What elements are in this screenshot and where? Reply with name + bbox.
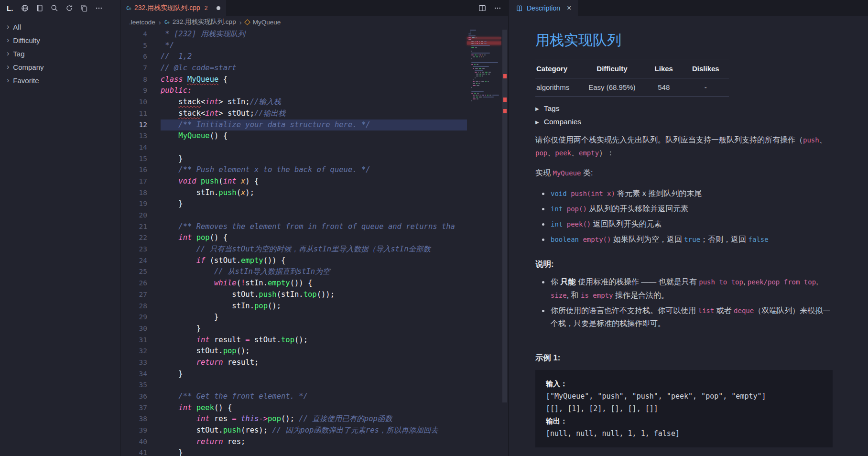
code-line[interactable]: /** Removes the element from in front of… (161, 221, 467, 233)
code-line[interactable]: stack<int> stIn;//输入栈 (161, 97, 467, 108)
minimap-line (467, 100, 501, 102)
chevron-right-icon: › (7, 36, 9, 44)
tab-file[interactable]: C+ 232.用栈实现队列.cpp 2 (120, 0, 227, 16)
code-line[interactable]: } (161, 312, 467, 323)
section-companies[interactable]: ▶Companies (535, 118, 833, 126)
line-number: 36 (120, 391, 161, 402)
code-line[interactable] (161, 142, 467, 153)
code-line[interactable]: int pop() { (161, 232, 467, 244)
sidebar-item-label: Company (13, 63, 43, 71)
code-line[interactable]: // 1,2 (161, 51, 467, 63)
code-line[interactable]: // @lc code=start (161, 63, 467, 74)
search-icon[interactable] (51, 4, 58, 12)
breadcrumb-item[interactable]: 232.用栈实现队列.cpp (173, 18, 236, 26)
refresh-icon[interactable] (65, 4, 73, 12)
line-number: 4 (120, 29, 161, 40)
code-line[interactable]: } (161, 323, 467, 335)
code-line[interactable]: stOut.push(stIn.top()); (161, 289, 467, 301)
code-line[interactable]: stIn.pop(); (161, 301, 467, 312)
code-line[interactable]: * [232] 用栈实现队列 (161, 29, 467, 40)
close-icon[interactable]: × (567, 4, 571, 12)
code-line[interactable]: */ (161, 40, 467, 52)
scrollbar-thumb[interactable] (502, 30, 507, 402)
cpp-file-icon: C+ (164, 20, 169, 25)
code-line[interactable]: void push(int x) { (161, 176, 467, 187)
problem-title: 用栈实现队列 (535, 31, 833, 50)
globe-icon[interactable] (21, 4, 29, 12)
cpp-file-icon: C+ (126, 6, 131, 11)
code-line[interactable]: } (161, 369, 467, 380)
tab-description[interactable]: Description × (509, 0, 578, 16)
line-number: 14 (120, 142, 161, 153)
list-item: int peek() 返回队列开头的元素 (550, 217, 833, 230)
list-item: boolean empty() 如果队列为空，返回 true；否则，返回 fal… (550, 233, 833, 246)
code-line[interactable]: return res; (161, 436, 467, 448)
code-lines[interactable]: * [232] 用栈实现队列 */// 1,2// @lc code=start… (161, 28, 467, 456)
chevron-right-icon: › (7, 76, 9, 84)
modified-dot-icon[interactable] (217, 6, 220, 10)
code-line[interactable]: } (161, 198, 467, 210)
error-ruler-mark (503, 109, 507, 113)
code-line[interactable]: MyQueue() { (161, 130, 467, 142)
code-line[interactable]: } (161, 447, 467, 456)
code-line[interactable]: /** Push element x to the back of queue.… (161, 164, 467, 176)
minimap[interactable] (467, 28, 501, 456)
triangle-right-icon: ▶ (535, 106, 539, 111)
line-number: 19 (120, 198, 161, 210)
notebook-icon[interactable] (36, 4, 43, 12)
section-label: Tags (544, 104, 560, 113)
code-line[interactable]: int res = this->pop(); // 直接使用已有的pop函数 (161, 413, 467, 425)
code-line[interactable]: int peek() { (161, 402, 467, 414)
code-line[interactable]: stIn.push(x); (161, 187, 467, 199)
breadcrumb: .leetcode›C+232.用栈实现队列.cpp›MyQueue (120, 16, 508, 28)
code-line[interactable]: public: (161, 85, 467, 97)
code-line[interactable]: if (stOut.empty()) { (161, 255, 467, 267)
code-line[interactable]: class MyQueue { (161, 74, 467, 86)
line-number: 26 (120, 278, 161, 289)
section-tags[interactable]: ▶Tags (535, 104, 833, 113)
error-ruler-mark (503, 74, 507, 78)
copy-icon[interactable] (80, 4, 88, 12)
more-actions-icon[interactable] (494, 4, 501, 12)
editor-tabbar: C+ 232.用栈实现队列.cpp 2 (120, 0, 508, 16)
line-number: 21 (120, 221, 161, 233)
sidebar-item-favorite[interactable]: ›Favorite (0, 74, 120, 87)
split-editor-icon[interactable] (478, 4, 486, 12)
code-line[interactable]: stOut.push(res); // 因为pop函数弹出了元素res，所以再添… (161, 425, 467, 436)
code-line[interactable]: } (161, 153, 467, 165)
code-line[interactable]: /** Initialize your data structure here.… (161, 119, 467, 131)
code-line[interactable]: int result = stOut.top(); (161, 335, 467, 346)
code-line[interactable]: while(!stIn.empty()) { (161, 278, 467, 289)
code-line[interactable]: // 只有当stOut为空的时候，再从stIn里导入数据（导入stIn全部数 (161, 244, 467, 255)
code-line[interactable]: // 从stIn导入数据直到stIn为空 (161, 266, 467, 278)
description-panel: Description × 用栈实现队列 CategoryDifficultyL… (508, 0, 868, 456)
example-code-block: 输入：["MyQueue", "push", "push", "peek", "… (535, 370, 833, 447)
description-heading: 说明: (535, 259, 833, 270)
code-line[interactable] (161, 380, 467, 391)
sidebar-item-all[interactable]: ›All (0, 20, 120, 33)
line-number: 28 (120, 301, 161, 312)
sidebar-item-difficulty[interactable]: ›Difficulty (0, 33, 120, 47)
editor-scrollbar[interactable] (501, 28, 508, 456)
line-number: 17 (120, 176, 161, 187)
vscode-window: L. ›All›Difficulty›Tag›Company›Favorite (0, 0, 868, 456)
line-number: 5 (120, 40, 161, 52)
sidebar-item-company[interactable]: ›Company (0, 60, 120, 74)
code-editor[interactable]: 4567891011121314151617181920212223242526… (120, 28, 508, 456)
book-icon (515, 4, 523, 12)
code-line[interactable]: stOut.pop(); (161, 346, 467, 357)
sidebar-item-tag[interactable]: ›Tag (0, 47, 120, 60)
line-number: 13 (120, 130, 161, 142)
more-icon[interactable] (95, 4, 103, 12)
code-line[interactable] (161, 210, 467, 221)
tab-label: 232.用栈实现队列.cpp (134, 4, 200, 12)
line-number: 9 (120, 85, 161, 97)
description-list: void push(int x) 将元素 x 推到队列的末尾int pop() … (550, 187, 833, 246)
breadcrumb-item[interactable]: .leetcode (129, 19, 155, 26)
description-paragraph: 请你仅使用两个栈实现先入先出队列。队列应当支持一般队列支持的所有操作（push、… (535, 133, 833, 159)
meta-value-row: algorithmsEasy (68.95%)548- (535, 78, 729, 97)
code-line[interactable]: /** Get the front element. */ (161, 391, 467, 402)
code-line[interactable]: return result; (161, 357, 467, 369)
code-line[interactable]: stack<int> stOut;//输出栈 (161, 108, 467, 119)
breadcrumb-item[interactable]: MyQueue (253, 19, 281, 26)
